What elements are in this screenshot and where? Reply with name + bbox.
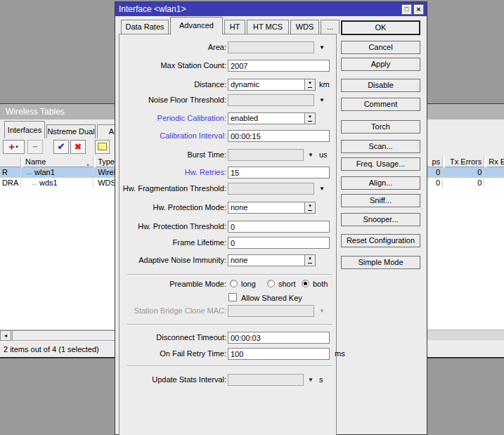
max-station-count-label: Max Station Count: [119,60,226,72]
preamble-short-radio[interactable] [267,280,275,287]
adaptive-noise-immunity-value: none [231,255,247,266]
column-header-flags[interactable] [0,157,21,167]
distance-label: Distance: [119,79,226,91]
noise-floor-threshold-label: Noise Floor Threshold: [119,94,226,106]
dialog-titlebar[interactable]: Interface <wlan1> [115,2,427,16]
hw-fragmentation-threshold-label: Hw. Fragmentation Threshold: [119,183,226,195]
field-distance: Distance: dynamic ▼ km [119,79,336,91]
noise-floor-dropdown-icon[interactable]: ▼ [319,97,325,103]
tab-ht[interactable]: HT [224,20,245,34]
periodic-calibration-combo-button[interactable]: ▼ [304,113,315,124]
periodic-calibration-label: Periodic Calibration: [119,112,226,124]
on-fail-retry-time-unit: ms [335,348,345,360]
max-station-count-input[interactable] [228,60,330,72]
hw-protection-mode-combo-button[interactable]: ▼ [304,202,315,213]
ok-button[interactable]: OK [341,20,420,35]
burst-time-dropdown-icon[interactable]: ▼ [308,152,314,158]
sniff-button[interactable]: Sniff... [341,194,420,207]
tab-wds[interactable]: WDS [290,20,319,34]
wireless-interface-icon: ↔ [25,168,34,176]
tab-data-rates[interactable]: Data Rates [121,20,169,34]
comment-button[interactable] [95,140,110,154]
group-separator [127,274,332,275]
field-hw-protection-threshold: Hw. Protection Threshold: [119,221,336,233]
close-button[interactable]: × [413,4,424,15]
maximize-button[interactable]: □ [401,4,412,15]
row-name: ↔wlan1 [23,167,93,178]
hw-protection-threshold-input[interactable] [228,221,330,233]
column-header-tx-errors[interactable]: Tx Errors [445,157,484,167]
noise-floor-threshold-select[interactable] [228,94,314,106]
tab-more[interactable]: ... [321,20,340,34]
area-label: Area: [119,41,226,53]
hw-protection-mode-combo[interactable]: none ▼ [228,202,316,214]
hw-fragmentation-dropdown-icon[interactable]: ▼ [319,186,325,192]
burst-time-label: Burst Time: [119,149,226,161]
combo-arrow-icon: ▼ [305,256,315,262]
remove-icon: − [32,141,38,152]
group-separator [127,324,332,325]
scan-button[interactable]: Scan... [341,140,420,153]
distance-value: dynamic [231,79,259,90]
cancel-button[interactable]: Cancel [341,41,420,54]
group-separator [127,365,332,367]
station-bridge-clone-mac-select[interactable] [228,305,314,317]
row-tx-errors: 0 [445,178,484,188]
adaptive-noise-immunity-combo-button[interactable]: ▼ [304,255,315,266]
tab-advanced[interactable]: Advanced [170,17,223,34]
torch-button[interactable]: Torch [341,120,420,134]
preamble-both-radio[interactable] [302,280,309,287]
tab-interfaces[interactable]: Interfaces [4,121,45,138]
calibration-interval-input[interactable] [228,130,330,142]
comment-button[interactable]: Comment [341,98,420,111]
snooper-button[interactable]: Snooper... [341,213,420,226]
periodic-calibration-combo[interactable]: enabled ▼ [228,112,316,124]
freq-usage-button[interactable]: Freq. Usage... [341,157,420,171]
field-area: Area: ▼ [119,41,336,53]
distance-combo-button[interactable]: ▼ [304,79,315,90]
preamble-mode-label: Preamble Mode: [119,278,226,290]
field-max-station-count: Max Station Count: [119,60,336,72]
update-stats-interval-unit: s [319,374,323,386]
remove-button[interactable]: − [27,140,43,154]
hw-protection-threshold-label: Hw. Protection Threshold: [119,221,226,233]
wds-interface-icon: ↔ [25,179,39,187]
burst-time-select[interactable] [228,149,304,161]
area-select[interactable] [228,41,314,53]
frame-lifetime-input[interactable] [228,237,330,249]
maximize-icon: □ [405,6,408,13]
row-flags: DRA [0,178,21,188]
hw-fragmentation-threshold-select[interactable] [228,183,314,195]
preamble-long-radio[interactable] [230,280,238,287]
area-dropdown-icon[interactable]: ▼ [319,44,325,51]
on-fail-retry-time-input[interactable] [228,348,330,360]
disable-button[interactable]: ✖ [70,140,86,154]
enable-button[interactable]: ✔ [53,140,69,154]
distance-combo[interactable]: dynamic ▼ [228,79,316,91]
update-stats-interval-select[interactable] [228,374,304,386]
update-stats-dropdown-icon[interactable]: ▼ [308,377,314,383]
disable-button[interactable]: Disable [341,79,420,92]
station-bridge-dropdown-icon[interactable]: ▼ [319,308,325,314]
column-header-name[interactable]: Name▲ [23,157,93,167]
periodic-calibration-value: enabled [231,113,258,124]
column-header-rx-errors[interactable]: Rx Errors [486,157,504,167]
row-name: ↔wds1 [23,178,93,188]
hw-retries-input[interactable] [228,167,330,178]
allow-shared-key-checkbox[interactable] [228,293,237,301]
scroll-left-button[interactable]: ◄ [0,330,11,341]
enable-check-icon: ✔ [58,141,65,152]
disconnect-timeout-input[interactable] [228,332,330,344]
row-rx-errors: 0 [486,178,504,188]
combo-arrow-icon: ▼ [305,114,315,120]
adaptive-noise-immunity-combo[interactable]: none ▼ [228,254,316,266]
tab-ht-mcs[interactable]: HT MCS [247,20,289,34]
reset-configuration-button[interactable]: Reset Configuration [341,234,420,247]
tab-nstreme-dual[interactable]: Nstreme Dual [46,124,96,138]
calibration-interval-label: Calibration Interval: [119,130,226,142]
interface-dialog: Interface <wlan1> □ × Data Rates Advance… [115,1,427,435]
simple-mode-button[interactable]: Simple Mode [341,256,420,269]
add-button[interactable]: +▼ [3,140,25,154]
apply-button[interactable]: Apply [341,58,420,71]
align-button[interactable]: Align... [341,176,420,190]
